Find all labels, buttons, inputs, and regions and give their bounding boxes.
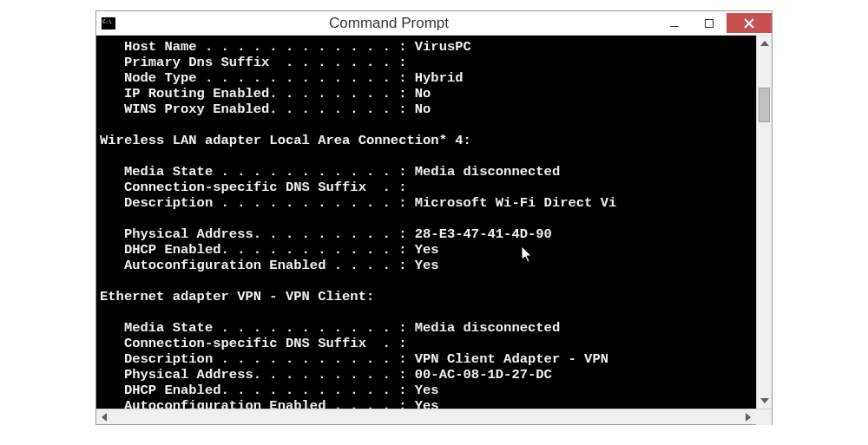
window-body: Host Name . . . . . . . . . . . . : Viru…	[96, 36, 772, 424]
scroll-left-button[interactable]	[96, 409, 112, 425]
minimize-button[interactable]	[657, 13, 692, 33]
horizontal-scrollbar[interactable]	[96, 409, 772, 424]
vertical-scrollbar[interactable]	[756, 36, 772, 409]
command-prompt-window: Command Prompt Host Name . . . . . . . .…	[95, 10, 773, 425]
app-icon	[102, 17, 115, 29]
close-icon	[744, 18, 754, 29]
vertical-scroll-track[interactable]	[757, 51, 772, 393]
window-title: Command Prompt	[121, 15, 657, 32]
scroll-right-button[interactable]	[740, 409, 756, 425]
maximize-button[interactable]	[692, 13, 727, 33]
titlebar[interactable]: Command Prompt	[96, 11, 772, 36]
vertical-scroll-thumb[interactable]	[759, 88, 770, 122]
maximize-icon	[705, 19, 713, 28]
window-controls	[657, 11, 772, 35]
console-output[interactable]: Host Name . . . . . . . . . . . . : Viru…	[96, 36, 772, 409]
scroll-corner	[756, 409, 772, 425]
chevron-up-icon	[760, 41, 769, 46]
chevron-down-icon	[760, 398, 769, 403]
horizontal-scroll-track[interactable]	[112, 409, 740, 424]
console-wrap: Host Name . . . . . . . . . . . . : Viru…	[96, 36, 772, 409]
scroll-up-button[interactable]	[757, 36, 772, 51]
close-button[interactable]	[727, 13, 772, 33]
chevron-left-icon	[102, 413, 107, 422]
scroll-down-button[interactable]	[757, 393, 772, 409]
minimize-icon	[670, 26, 679, 27]
chevron-right-icon	[746, 413, 751, 422]
